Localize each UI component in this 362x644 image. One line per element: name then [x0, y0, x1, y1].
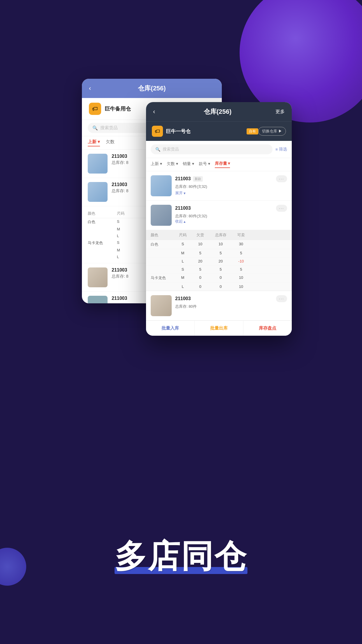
tab-stock-front[interactable]: 库存量 ▾ [215, 161, 230, 168]
bulk-outbound-btn[interactable]: 批量出库 [195, 321, 243, 336]
product-image [88, 154, 108, 174]
more-dots-3[interactable]: ··· [276, 295, 287, 302]
more-label-front[interactable]: 更多 [275, 109, 285, 115]
bg-circle-bottom-left [0, 548, 26, 586]
col-header-avail: 可卖 [232, 232, 250, 238]
detail-color [151, 267, 174, 272]
product-code-front-3: 211003 [175, 296, 191, 301]
product-code: 211003 [112, 267, 127, 272]
bottom-text-area: 多店同仓 [115, 540, 247, 574]
detail-owe: 0 [191, 284, 209, 289]
tab-owe-front[interactable]: 欠数 ▾ [167, 161, 178, 168]
product-code-row-3: 211003 ··· [175, 295, 287, 302]
switch-warehouse-btn-front[interactable]: 切换仓库 ▶ [258, 127, 286, 136]
detail-row: 白色 S 10 10 30 [146, 240, 292, 249]
product-image [88, 296, 108, 303]
main-title: 多店同仓 [115, 540, 247, 572]
product-code-front-1: 211003 [175, 176, 191, 181]
detail-size: M [174, 275, 191, 281]
card-front-tabs: 上新 ▾ 欠数 ▾ 销量 ▾ 款号 ▾ 库存量 ▾ [146, 158, 292, 171]
tag-own: 自有 [247, 128, 258, 134]
card-front-title: 仓库(256) [160, 107, 275, 116]
collapse-label: 收起 [175, 219, 183, 224]
detail-color [151, 284, 174, 289]
list-item-front-2: 211003 ··· 总库存: 80件(欠32) 收起 ▴ [146, 201, 292, 291]
list-item-front-3: 211003 ··· 总库存: 80件 [146, 291, 292, 321]
detail-size: L [174, 259, 191, 263]
detail-avail: 5 [232, 267, 250, 272]
product-code-row: 211003 新款 ··· [175, 175, 287, 182]
card-front-search-row: 🔍 搜索货品 ≡ 筛选 [146, 141, 292, 158]
collapse-btn[interactable]: 收起 ▴ [175, 219, 287, 224]
search-icon-back: 🔍 [92, 125, 98, 131]
detail-avail: 10 [232, 284, 250, 289]
product-code-row-2: 211003 ··· [175, 205, 287, 212]
product-image-front-3 [151, 295, 172, 316]
detail-row: S 5 5 5 [146, 265, 292, 274]
product-info-front-2: 211003 ··· 总库存: 80件(欠32) 收起 ▴ [175, 205, 287, 224]
store-avatar-front: 🏷 [152, 126, 163, 137]
detail-total: 5 [209, 251, 232, 255]
col-header-total: 总库存 [209, 232, 232, 238]
detail-avail: 10 [232, 275, 250, 281]
expand-label-1: 展开 [175, 190, 183, 196]
search-bar-front[interactable]: 🔍 搜索货品 [151, 144, 273, 154]
product-stock-front-3: 总库存: 80件 [175, 304, 287, 309]
product-row-front-2: 211003 ··· 总库存: 80件(欠32) 收起 ▴ [146, 201, 292, 230]
product-stock-front-2: 总库存: 80件(欠32) [175, 214, 287, 219]
tab-owe-back[interactable]: 欠数 [106, 139, 115, 146]
filter-btn[interactable]: ≡ 筛选 [275, 147, 287, 152]
filter-icon: ≡ [275, 147, 278, 152]
tab-sku-front[interactable]: 款号 ▾ [199, 161, 210, 168]
detail-owe: 10 [191, 242, 209, 247]
col-header-size: 尺码 [174, 232, 191, 238]
bulk-inbound-btn[interactable]: 批量入库 [146, 321, 195, 336]
tab-new-back[interactable]: 上新 ▾ [88, 139, 100, 146]
detail-owe: 5 [191, 251, 209, 255]
back-icon[interactable]: ‹ [89, 85, 91, 92]
search-icon-front: 🔍 [155, 147, 160, 152]
detail-size: L [174, 284, 191, 289]
detail-total: 0 [209, 275, 232, 281]
detail-table: 颜色 尺码 欠货 总库存 可卖 白色 S 10 10 30 [146, 230, 292, 291]
main-content: ‹ 仓库(256) 🏷 巨牛备用仓 他仓 切换仓库 ▶ 🔍 搜索货品 上新 ▾ … [0, 0, 362, 644]
product-image [88, 267, 108, 287]
store-name-front: 巨牛一号仓 [166, 128, 244, 135]
store-avatar-back: 🏷 [89, 103, 101, 115]
list-item-front-1: 211003 新款 ··· 总库存: 80件(欠32) 展开 ▾ [146, 171, 292, 201]
card-front-store-row: 🏷 巨牛一号仓 自有 切换仓库 ▶ [146, 121, 292, 141]
col-header-color: 颜色 [151, 232, 174, 238]
tag-new: 新款 [193, 176, 203, 182]
product-code: 211003 [112, 182, 127, 187]
expand-btn-1[interactable]: 展开 ▾ [175, 190, 287, 196]
inventory-check-btn[interactable]: 库存盘点 [243, 321, 292, 336]
expand-icon-1: ▾ [184, 191, 186, 195]
card-back-header: ‹ 仓库(256) [82, 79, 222, 98]
detail-row: 马卡龙色 M 0 0 10 [146, 274, 292, 283]
detail-avail: 5 [232, 251, 250, 255]
card-back-title: 仓库(256) [138, 84, 166, 93]
detail-row: L 0 0 10 [146, 283, 292, 291]
detail-avail-negative: -10 [232, 259, 250, 263]
more-dots-2[interactable]: ··· [276, 205, 287, 212]
detail-total: 0 [209, 284, 232, 289]
product-stock-front-1: 总库存: 80件(欠32) [175, 184, 287, 189]
product-image [88, 182, 108, 202]
back-icon-front[interactable]: ‹ [153, 108, 155, 116]
product-info-front-1: 211003 新款 ··· 总库存: 80件(欠32) 展开 ▾ [175, 175, 287, 196]
tab-sales-front[interactable]: 销量 ▾ [183, 161, 194, 168]
collapse-icon: ▴ [184, 219, 186, 224]
detail-owe: 0 [191, 275, 209, 281]
card-front-header: ‹ 仓库(256) 更多 [146, 102, 292, 121]
search-placeholder-front: 搜索货品 [163, 147, 179, 152]
detail-avail: 30 [232, 242, 250, 247]
detail-color [151, 259, 174, 263]
product-image-front-2 [151, 205, 172, 226]
tab-new-front[interactable]: 上新 ▾ [151, 161, 162, 168]
product-info-front-3: 211003 ··· 总库存: 80件 [175, 295, 287, 309]
product-image-front-1 [151, 175, 172, 196]
card-front-actions: 批量入库 批量出库 库存盘点 [146, 321, 292, 336]
card-front: ‹ 仓库(256) 更多 🏷 巨牛一号仓 自有 切换仓库 ▶ 🔍 搜索货品 ≡ [146, 102, 292, 336]
detail-row: L 20 20 -10 [146, 257, 292, 265]
more-dots-1[interactable]: ··· [276, 175, 287, 182]
